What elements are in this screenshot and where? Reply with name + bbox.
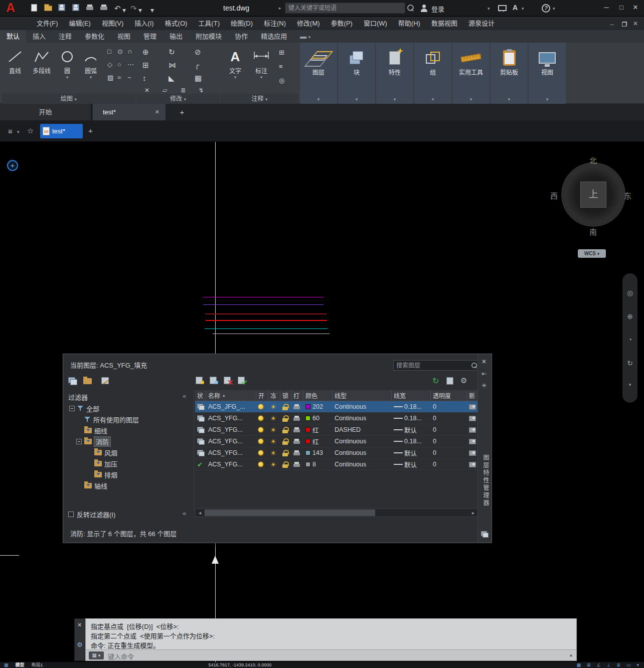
palette-close-icon[interactable]: ✕ xyxy=(481,358,487,365)
col-lineweight[interactable]: 线宽 xyxy=(392,390,431,401)
layer-on-toggle[interactable] xyxy=(256,447,268,458)
viewcube-south[interactable]: 南 xyxy=(589,226,597,237)
layout-tab[interactable]: 布局1 xyxy=(32,662,43,668)
ribbon-tab-parametric[interactable]: 参数化 xyxy=(78,30,111,43)
layer-color-cell[interactable]: 8 xyxy=(303,459,333,470)
erase-tool-icon[interactable]: ✕ xyxy=(144,87,149,94)
save-icon[interactable] xyxy=(58,4,65,13)
qat-customize-icon[interactable]: ▾ xyxy=(150,7,154,14)
palette-properties-icon[interactable]: ✳ xyxy=(481,382,487,389)
chevron-down-icon[interactable]: ▾ xyxy=(414,97,451,102)
menu-file[interactable]: 文件(F) xyxy=(31,17,64,30)
layer-on-toggle[interactable] xyxy=(256,413,268,424)
cad-line-3[interactable] xyxy=(206,320,327,321)
layer-row[interactable]: ACS_YFG... ☀ 143 Continuous 默认 0 xyxy=(195,447,478,459)
cad-line-1[interactable] xyxy=(203,304,324,305)
help-icon[interactable]: ? xyxy=(542,4,550,13)
menu-dimension[interactable]: 标注(N) xyxy=(258,17,291,30)
offset-tool-icon[interactable]: ≣ xyxy=(181,87,186,94)
layer-color-cell[interactable]: 202 xyxy=(303,401,333,412)
gradient-tool-icon[interactable]: ▨ xyxy=(107,74,113,81)
layer-linetype[interactable]: Continuous xyxy=(333,401,392,412)
draw-panel-footer[interactable]: 绘图 ▾ xyxy=(2,94,135,104)
menu-edit[interactable]: 编辑(E) xyxy=(64,17,96,30)
plot-icon[interactable] xyxy=(86,4,93,12)
autodesk-a-icon[interactable]: A xyxy=(513,4,518,12)
arc-tool-icon[interactable]: ∩ xyxy=(127,48,132,55)
ribbon-panel-block[interactable]: 块 ▾ xyxy=(338,43,375,104)
ribbon-tab-manage[interactable]: 管理 xyxy=(137,30,163,43)
ribbon-tab-annotate[interactable]: 注释 xyxy=(52,30,78,43)
layer-freeze-toggle[interactable]: ☀ xyxy=(268,401,280,412)
new-layer-button[interactable] xyxy=(196,377,204,386)
collapse-bottom-icon[interactable]: « xyxy=(183,510,186,517)
layer-color-cell[interactable]: 红 xyxy=(303,436,333,447)
layer-states-button[interactable] xyxy=(101,377,109,386)
layer-lineweight[interactable]: 0.18... xyxy=(392,413,431,424)
ribbon-tab-output[interactable]: 输出 xyxy=(163,30,189,43)
col-freeze[interactable]: 冻 xyxy=(268,390,280,401)
wcs-button[interactable]: WCS ▾ xyxy=(578,249,606,258)
ribbon-panel-layers[interactable]: 图层 ▾ xyxy=(300,43,337,104)
layer-linetype[interactable]: Continuous xyxy=(333,436,392,447)
menu-help[interactable]: 帮助(H) xyxy=(393,17,426,30)
layer-name[interactable]: ACS_YFG... xyxy=(206,413,256,424)
navbar-more-icon[interactable]: ▾ xyxy=(629,383,631,387)
snap-toggle-icon[interactable]: ▦ xyxy=(576,662,581,667)
layer-transparency[interactable]: 0 xyxy=(431,436,467,447)
layer-lineweight[interactable]: 默认 xyxy=(392,424,431,435)
col-color[interactable]: 颜色 xyxy=(303,390,333,401)
move-tool-icon[interactable]: ⊕ xyxy=(142,48,149,57)
cad-line-2[interactable] xyxy=(206,313,327,314)
layer-plot-toggle[interactable] xyxy=(291,401,303,412)
hatch-tool-icon[interactable]: ⊙ xyxy=(117,48,123,55)
filter-tree-item-thin[interactable]: 细线 xyxy=(66,425,192,435)
layer-color-cell[interactable]: 60 xyxy=(303,413,333,424)
chevron-down-icon[interactable]: ▾ xyxy=(338,97,375,102)
dimension-button[interactable]: 标注 ▾ xyxy=(249,46,274,80)
search-icon[interactable] xyxy=(471,362,477,370)
ribbon-collapse-button[interactable]: ▬ ▾ xyxy=(293,30,317,43)
expand-icon[interactable] xyxy=(69,406,75,411)
layer-on-toggle[interactable] xyxy=(256,459,268,470)
open-file-icon[interactable] xyxy=(44,4,52,13)
delete-layer-button[interactable] xyxy=(224,377,232,386)
tab-start[interactable]: 开始 xyxy=(0,104,92,120)
layer-transparency[interactable]: 0 xyxy=(431,424,467,435)
user-icon[interactable] xyxy=(420,5,428,14)
layer-lock-toggle[interactable] xyxy=(280,413,291,424)
point-tool-icon[interactable]: ⋯ xyxy=(127,61,134,68)
viewcube-top-face[interactable]: 上 xyxy=(580,182,606,208)
invert-filter-control[interactable]: 反转过滤器(I) xyxy=(68,510,115,519)
new-tab-button[interactable]: + xyxy=(176,104,189,120)
break-tool-icon[interactable]: ↯ xyxy=(199,87,204,94)
chevron-down-icon[interactable]: ▾ xyxy=(79,75,102,80)
centerline-tool-icon[interactable]: ◎ xyxy=(279,77,284,84)
polyline-button[interactable]: 多段线 xyxy=(28,46,55,75)
layer-plot-toggle[interactable] xyxy=(291,447,303,458)
explode-tool-icon[interactable]: ▱ xyxy=(163,87,167,94)
array-tool-icon[interactable]: ▦ xyxy=(195,74,202,83)
file-tab-test[interactable]: 10 test* xyxy=(40,124,83,138)
layer-on-toggle[interactable] xyxy=(256,424,268,435)
layer-freeze-toggle[interactable]: ☀ xyxy=(268,447,280,458)
app-logo-icon[interactable]: A xyxy=(6,1,15,15)
navigation-bar[interactable]: ◎ ⊕ ◔ ↻ ▾ xyxy=(622,273,637,403)
grid-toggle-icon[interactable]: ⊞ xyxy=(587,662,591,667)
collapse-filters-icon[interactable]: « xyxy=(183,392,186,400)
tab-test-dwg[interactable]: test* ✕ xyxy=(93,104,166,120)
stretch-tool-icon[interactable]: ↕ xyxy=(142,74,146,82)
file-list-icon[interactable]: ≡ xyxy=(8,127,13,135)
revcloud-tool-icon[interactable]: ~ xyxy=(127,74,131,81)
ribbon-tab-collaborate[interactable]: 协作 xyxy=(228,30,254,43)
command-customize-icon[interactable]: ⚙ xyxy=(77,641,83,648)
scroll-right-icon[interactable]: ▸ xyxy=(469,509,477,517)
layer-lock-toggle[interactable] xyxy=(280,459,291,470)
close-button[interactable]: ✕ xyxy=(630,4,641,11)
circle-button[interactable]: 圆 ▾ xyxy=(56,46,78,80)
col-status[interactable]: 状 xyxy=(195,390,206,401)
model-tab[interactable]: 模型 xyxy=(16,662,25,668)
menu-draw[interactable]: 绘图(D) xyxy=(225,17,258,30)
menu-insert[interactable]: 插入(I) xyxy=(129,17,159,30)
doc-close-button[interactable]: ✕ xyxy=(633,20,638,27)
